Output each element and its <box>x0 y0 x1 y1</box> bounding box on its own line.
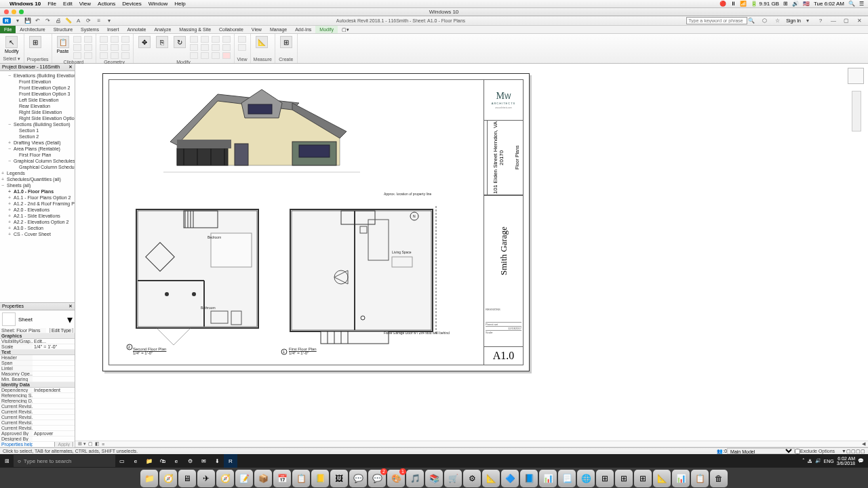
tree-node[interactable]: −Area Plans (Rentable) <box>1 146 73 152</box>
tree-node[interactable]: Right Side Elevation Optio <box>1 115 73 121</box>
delete-button[interactable] <box>222 52 231 59</box>
move-button[interactable]: ✥ <box>136 35 153 49</box>
view-btn[interactable] <box>238 36 246 43</box>
start-button[interactable]: ⊞ <box>0 454 14 468</box>
vc-icon[interactable]: ▢ <box>88 441 93 447</box>
rotate-button[interactable]: ↻ <box>172 35 188 49</box>
dock-icon[interactable]: 🗑 <box>710 470 728 487</box>
property-row[interactable]: Current Revisi... <box>0 415 75 420</box>
tab-insert[interactable]: Insert <box>103 26 123 33</box>
taskbar-settings-icon[interactable]: ⚙ <box>183 454 197 468</box>
dock-icon[interactable]: 🛒 <box>444 470 462 487</box>
win-max-icon[interactable]: ▢ <box>842 17 850 25</box>
tab-addins[interactable]: Add-Ins <box>291 26 315 33</box>
match-button[interactable] <box>73 52 81 59</box>
tree-node[interactable]: +A1.1 - Floor Plans Option 2 <box>1 195 73 201</box>
dock-icon[interactable]: 🎨1 <box>387 470 405 487</box>
join-button[interactable] <box>100 52 108 59</box>
modify-btn[interactable] <box>212 52 220 59</box>
clipboard-btn[interactable] <box>84 52 92 59</box>
mac-menu-devices[interactable]: Devices <box>122 1 141 7</box>
mac-menu-file[interactable]: File <box>47 1 56 7</box>
taskbar-app-icon[interactable]: ⬇ <box>210 454 224 468</box>
dock-icon[interactable]: 📃 <box>558 470 576 487</box>
tree-node[interactable]: First Floor Plan <box>1 152 73 158</box>
dock-icon[interactable]: 📘 <box>520 470 538 487</box>
tab-modify[interactable]: Modify <box>315 26 338 33</box>
mac-menu-window[interactable]: Window <box>149 1 167 7</box>
nav-bar[interactable] <box>852 91 861 131</box>
menubar-right-7[interactable]: Tue 6:02 AM <box>814 1 844 7</box>
property-row[interactable]: Referencing S... <box>0 393 75 399</box>
traffic-min-icon[interactable] <box>12 9 16 14</box>
property-row[interactable]: Header <box>0 355 75 361</box>
modify-btn[interactable] <box>201 36 209 43</box>
dock-icon[interactable]: 📝 <box>235 470 253 487</box>
tree-node[interactable]: +A2.1 - Side Elevations <box>1 213 73 219</box>
qat-sync-icon[interactable]: ⟳ <box>85 17 93 25</box>
tree-node[interactable]: −Elevations (Building Elevation ▴ <box>1 73 73 79</box>
property-row[interactable]: Scale1/4" = 1'-0" <box>0 344 75 350</box>
menubar-right-9[interactable]: ☰ <box>859 1 864 7</box>
tree-node[interactable]: Section 2 <box>1 134 73 140</box>
dropdown-icon[interactable]: ▾ <box>67 313 73 326</box>
cut-button[interactable] <box>73 36 81 43</box>
clipboard-btn[interactable] <box>84 44 92 51</box>
close-icon[interactable]: ✕ <box>68 64 73 70</box>
type-selector[interactable]: Sheet ▾ <box>0 310 75 328</box>
dock-icon[interactable]: 📊 <box>672 470 690 487</box>
dock-icon[interactable]: 🖼 <box>330 470 348 487</box>
scale-control[interactable]: ⊞ ▾ <box>78 441 86 447</box>
property-row[interactable]: Current Revisi... <box>0 409 75 415</box>
taskbar-edge-icon[interactable]: e <box>129 454 142 468</box>
tree-node[interactable]: +Schedules/Quantities (all) <box>1 176 73 182</box>
create-button[interactable]: ⊞ <box>278 35 294 49</box>
menubar-right-0[interactable]: 🔴 <box>719 1 726 7</box>
modify-button[interactable]: ↖Modify <box>3 35 21 54</box>
tray-net-icon[interactable]: 🖧 <box>808 459 812 464</box>
qat-close-icon[interactable]: ▾ <box>105 17 113 25</box>
dock-icon[interactable]: ⊞ <box>596 470 614 487</box>
dock-icon[interactable]: 🔷 <box>501 470 519 487</box>
tab-analyze[interactable]: Analyze <box>150 26 175 33</box>
tab-file[interactable]: File <box>0 26 16 33</box>
paste-button[interactable]: 📋Paste <box>55 35 71 54</box>
favorites-icon[interactable]: ☆ <box>773 17 781 25</box>
exclude-options-checkbox[interactable] <box>795 449 800 454</box>
property-row[interactable]: Referencing D... <box>0 399 75 404</box>
tree-node[interactable]: −Sheets (all) <box>1 182 73 188</box>
dock-icon[interactable]: 📐 <box>482 470 500 487</box>
dock-icon[interactable]: 📅 <box>273 470 291 487</box>
tree-node[interactable]: +A3.0 - Section <box>1 225 73 231</box>
traffic-close-icon[interactable] <box>4 9 9 14</box>
sb-icon[interactable]: ▢ <box>851 449 856 454</box>
properties-help-link[interactable]: Properties help <box>0 442 33 447</box>
tree-node[interactable]: Rear Elevation <box>1 103 73 109</box>
tray-vol-icon[interactable]: 🔊 <box>815 458 821 464</box>
tree-node[interactable]: +Legends <box>1 170 73 176</box>
vc-icon[interactable]: ≡ <box>102 442 104 447</box>
tab-view[interactable]: View <box>248 26 266 33</box>
tree-node[interactable]: Front Elevation <box>1 79 73 85</box>
property-row[interactable]: DependencyIndependent <box>0 388 75 393</box>
dock-icon[interactable]: 🎵 <box>406 470 424 487</box>
dock-icon[interactable]: 💬 <box>349 470 367 487</box>
tab-structure[interactable]: Structure <box>50 26 77 33</box>
property-row[interactable]: Approved ByApprover <box>0 431 75 436</box>
menubar-right-4[interactable]: ⊞ <box>783 1 788 7</box>
menubar-right-8[interactable]: 🔍 <box>848 1 855 7</box>
qat-undo-icon[interactable]: ↶ <box>34 17 42 25</box>
edit-type-button[interactable]: Edit Type <box>50 328 73 333</box>
viewcube[interactable] <box>848 68 864 84</box>
menubar-right-3[interactable]: 🔋 9.91 GB <box>751 1 779 7</box>
tree-node[interactable]: +A2.0 - Elevations <box>1 207 73 213</box>
tab-collaborate[interactable]: Collaborate <box>215 26 248 33</box>
modify-btn[interactable] <box>190 36 198 43</box>
project-browser-tree[interactable]: −Elevations (Building Elevation ▴Front E… <box>0 71 75 302</box>
tree-node[interactable]: Section 1 <box>1 127 73 134</box>
modify-btn[interactable] <box>190 52 198 59</box>
subscription-icon[interactable]: ⬡ <box>760 17 768 25</box>
dock-icon[interactable]: 📒 <box>311 470 329 487</box>
sb-icon[interactable]: ▢ <box>861 449 865 454</box>
modify-btn[interactable] <box>201 44 209 51</box>
